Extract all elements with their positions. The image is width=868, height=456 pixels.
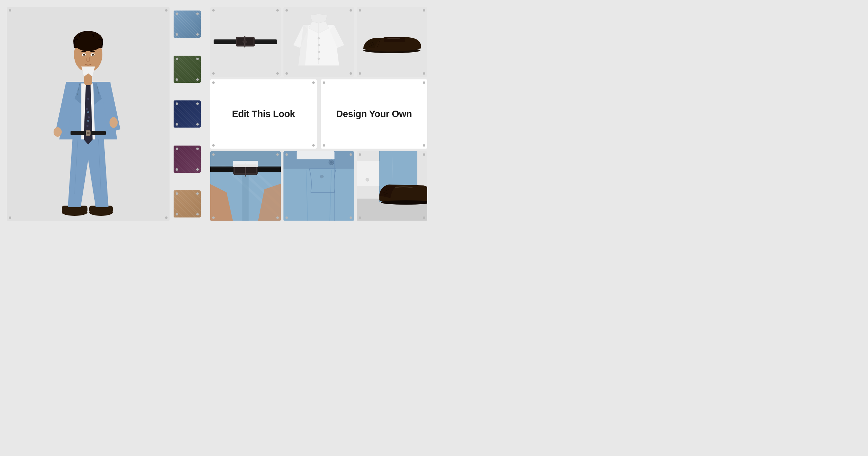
design-own-label: Design Your Own [336, 109, 412, 119]
button-row: Edit This Look Design Your Own [210, 79, 427, 149]
cell-dot [276, 72, 279, 75]
svg-point-76 [388, 189, 389, 190]
edit-this-look-button[interactable]: Edit This Look [210, 79, 317, 149]
swatch-burgundy[interactable] [174, 146, 201, 173]
cell-dot [350, 9, 352, 12]
svg-point-7 [110, 117, 118, 128]
svg-point-78 [386, 193, 388, 194]
swatches-column [174, 7, 208, 221]
cell-dot [285, 72, 288, 75]
swatch-dot-bl [176, 33, 178, 36]
svg-point-43 [371, 45, 372, 46]
shirt-image [291, 11, 347, 73]
cell-dot [323, 81, 325, 84]
svg-point-41 [372, 42, 373, 43]
svg-point-66 [320, 175, 323, 178]
svg-point-11 [86, 125, 88, 127]
swatch-navy[interactable] [174, 100, 201, 128]
cell-dot [423, 81, 425, 84]
svg-point-35 [318, 44, 320, 46]
cell-dot [359, 9, 361, 12]
svg-point-17 [87, 120, 89, 122]
swatch-dot-tr [196, 13, 199, 15]
svg-point-75 [386, 190, 387, 191]
design-your-own-button[interactable]: Design Your Own [321, 79, 427, 149]
swatch-dot-tl [176, 58, 178, 60]
cell-dot [212, 81, 215, 84]
swatch-dot-tr [196, 102, 199, 105]
swatch-dot-br [196, 168, 199, 171]
swatch-dot-bl [176, 168, 178, 171]
model-panel [7, 7, 170, 221]
corner-dot-tr [165, 9, 167, 12]
cell-dot [212, 144, 215, 147]
svg-point-23 [83, 54, 85, 56]
svg-rect-65 [297, 151, 335, 159]
swatch-dot-tl [176, 102, 178, 105]
svg-rect-45 [384, 37, 405, 42]
cell-dot [276, 216, 279, 219]
swatch-dot-bl [176, 213, 178, 215]
shoe-cell [357, 7, 427, 77]
cell-dot [285, 9, 288, 12]
swatch-tan[interactable] [174, 190, 201, 217]
swatch-dot-br [196, 78, 199, 81]
swatch-dot-bl [176, 123, 178, 126]
main-container: Edit This Look Design Your Own [7, 7, 427, 221]
swatch-dot-tr [196, 192, 199, 195]
svg-rect-57 [233, 161, 258, 167]
svg-point-32 [242, 40, 247, 43]
cell-dot [423, 144, 425, 147]
swatch-blue[interactable] [174, 11, 201, 38]
cell-dot [212, 9, 215, 12]
detail-belt-closeup [210, 151, 281, 221]
corner-dot-br [165, 216, 167, 219]
belt-cell [210, 7, 281, 77]
svg-point-24 [92, 54, 94, 56]
svg-rect-72 [357, 161, 379, 186]
svg-point-37 [318, 58, 320, 60]
swatch-dot-tl [176, 148, 178, 150]
detail-shoe-closeup [357, 151, 427, 221]
cell-dot [312, 144, 315, 147]
corner-dot-tl [9, 9, 11, 12]
cell-dot [350, 216, 352, 219]
shoe-image [360, 26, 423, 57]
svg-point-73 [366, 178, 369, 181]
cell-dot [323, 144, 325, 147]
svg-point-63 [330, 161, 332, 164]
edit-look-label: Edit This Look [232, 109, 295, 119]
cell-dot [423, 216, 425, 219]
svg-point-40 [370, 43, 371, 44]
swatch-dot-br [196, 213, 199, 215]
svg-point-74 [383, 192, 385, 193]
swatch-dot-tr [196, 58, 199, 60]
cell-dot [212, 216, 215, 219]
swatch-dot-tl [176, 13, 178, 15]
belt-image [214, 32, 277, 52]
svg-point-44 [373, 44, 374, 45]
svg-point-6 [54, 127, 62, 137]
cell-dot [350, 72, 352, 75]
swatch-green[interactable] [174, 56, 201, 83]
svg-point-9 [86, 108, 88, 110]
svg-point-16 [87, 111, 89, 113]
svg-point-77 [384, 194, 386, 196]
cell-dot [285, 216, 288, 219]
svg-point-36 [318, 51, 320, 53]
cell-dot [312, 81, 315, 84]
svg-point-39 [368, 44, 369, 45]
svg-point-10 [88, 116, 90, 118]
corner-dot-bl [9, 216, 11, 219]
cell-dot [212, 72, 215, 75]
swatch-dot-br [196, 123, 199, 126]
svg-rect-15 [87, 132, 90, 134]
detail-trouser-pocket [283, 151, 354, 221]
model-image [41, 11, 136, 217]
shirt-cell [283, 7, 354, 77]
svg-point-34 [318, 37, 320, 39]
cell-dot [276, 9, 279, 12]
cell-dot [359, 72, 361, 75]
cell-dot [423, 9, 425, 12]
swatch-dot-tr [196, 148, 199, 150]
